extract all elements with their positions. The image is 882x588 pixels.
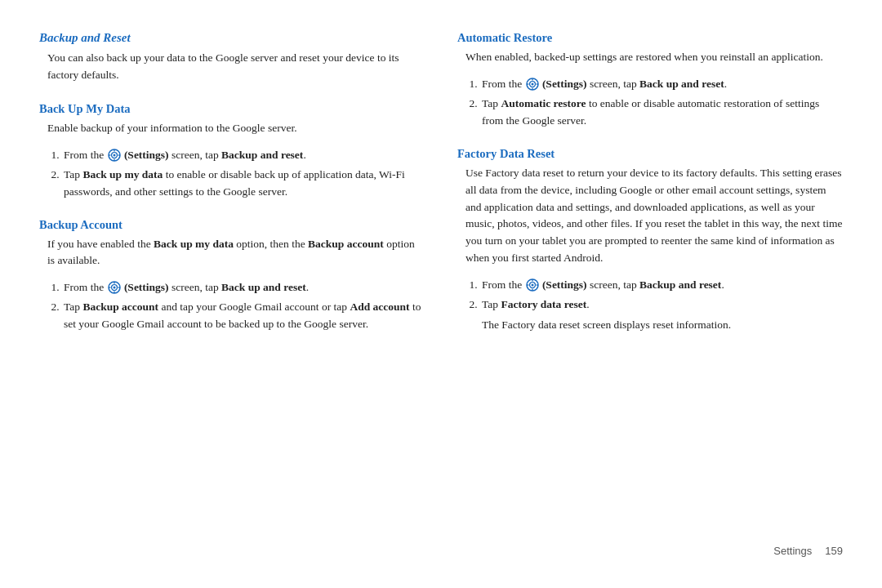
step-note: The Factory data reset screen displays r…: [482, 317, 843, 334]
settings-label: (Settings): [124, 281, 169, 293]
main-title: Backup and Reset: [39, 31, 425, 45]
settings-icon: [526, 78, 539, 91]
right-column: Automatic Restore When enabled, backed-u…: [457, 31, 843, 537]
list-item: Tap Automatic restore to enable or disab…: [480, 96, 843, 130]
svg-point-16: [531, 82, 533, 85]
page-footer: Settings 159: [39, 537, 843, 557]
list-item: Tap Back up my data to enable or disable…: [62, 167, 425, 201]
settings-label: (Settings): [542, 78, 587, 90]
step-bold: Backup and reset: [221, 149, 303, 161]
list-item: From the (Settings) screen, tap Backu: [62, 147, 425, 164]
bold-term: Backup account: [308, 238, 384, 250]
step-bold: Back up my data: [82, 168, 163, 180]
settings-label: (Settings): [124, 149, 169, 161]
step-bold: Back up and reset: [639, 78, 724, 90]
r-section1-title: Automatic Restore: [457, 31, 843, 45]
list-item: From the (Settings) screen, tap Back: [480, 76, 843, 93]
step-bold: Backup and reset: [639, 278, 721, 291]
settings-icon: [108, 149, 121, 162]
section1-title: Back Up My Data: [39, 102, 425, 116]
svg-point-2: [113, 154, 115, 156]
step-bold: Back up and reset: [221, 281, 306, 293]
list-item: Tap Backup account and tap your Google G…: [62, 299, 425, 333]
settings-label: (Settings): [542, 278, 587, 291]
main-intro: You can also back up your data to the Go…: [47, 50, 425, 87]
step-bold: Backup account: [82, 301, 158, 313]
step-bold: Factory data reset: [501, 298, 586, 310]
r-section2-intro: Use Factory data reset to return your de…: [466, 165, 843, 271]
bold-term: Back up my data: [154, 238, 234, 250]
section2-title: Backup Account: [39, 218, 425, 232]
list-item: From the (Settings) screen, tap Back: [62, 279, 425, 296]
section2-steps: From the (Settings) screen, tap Back: [62, 279, 425, 336]
svg-point-23: [531, 284, 533, 287]
section1-steps: From the (Settings) screen, tap Backu: [62, 147, 425, 203]
r-section1-steps: From the (Settings) screen, tap Back: [480, 76, 843, 132]
settings-icon: [108, 281, 121, 294]
section2-intro: If you have enabled the Back up my data …: [47, 236, 425, 274]
step-bold: Add account: [350, 301, 409, 313]
svg-point-9: [113, 287, 115, 289]
list-item: From the (Settings) screen, tap Backu: [480, 277, 843, 294]
section1-intro: Enable backup of your information to the…: [47, 120, 425, 140]
list-item: Tap Factory data reset. The Factory data…: [480, 296, 843, 334]
r-section2-steps: From the (Settings) screen, tap Backu: [480, 277, 843, 336]
settings-icon: [526, 278, 539, 292]
left-column: Backup and Reset You can also back up yo…: [39, 31, 425, 537]
r-section1-intro: When enabled, backed-up settings are res…: [466, 49, 843, 69]
page-container: Backup and Reset You can also back up yo…: [0, 0, 882, 588]
footer-label: Settings: [773, 545, 812, 557]
two-column-layout: Backup and Reset You can also back up yo…: [39, 31, 843, 537]
r-section2-title: Factory Data Reset: [457, 147, 843, 161]
footer-page: 159: [825, 545, 843, 557]
step-bold: Automatic restore: [501, 97, 586, 109]
